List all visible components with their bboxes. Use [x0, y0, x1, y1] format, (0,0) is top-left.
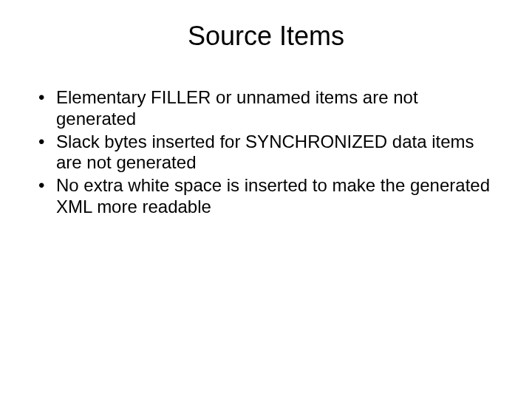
list-item: Elementary FILLER or unnamed items are n…: [35, 87, 502, 130]
bullet-list: Elementary FILLER or unnamed items are n…: [30, 87, 502, 218]
slide-title: Source Items: [30, 21, 502, 52]
list-item: Slack bytes inserted for SYNCHRONIZED da…: [35, 132, 502, 174]
list-item: No extra white space is inserted to make…: [35, 175, 502, 218]
